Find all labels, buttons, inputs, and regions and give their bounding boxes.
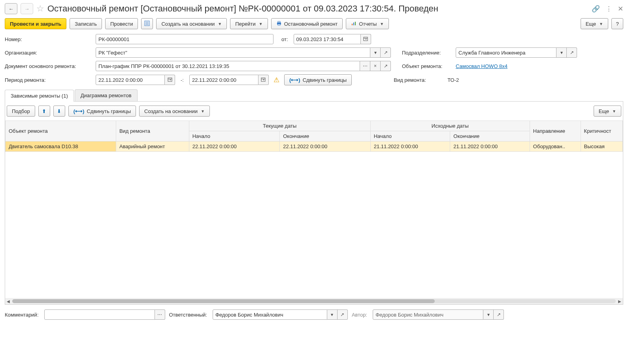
scroll-right-icon[interactable]: ▶ xyxy=(618,299,621,304)
period-to-input[interactable]: 22.11.2022 0:00:00 xyxy=(189,75,258,85)
author-label: Автор: xyxy=(352,312,367,318)
post-and-close-button[interactable]: Провести и закрыть xyxy=(5,18,66,29)
date-input[interactable]: 09.03.2023 17:30:54 xyxy=(294,34,361,44)
nav-forward-button[interactable]: → xyxy=(21,3,33,14)
col-object[interactable]: Объект ремонта xyxy=(6,121,116,141)
period-from-input[interactable]: 22.11.2022 0:00:00 xyxy=(96,75,165,85)
date-from-label: от: xyxy=(281,36,288,42)
more-label: Еще xyxy=(586,21,596,27)
svg-rect-6 xyxy=(278,24,280,25)
org-open-button[interactable]: ↗ xyxy=(381,47,391,58)
col-cur-start[interactable]: Начало xyxy=(189,131,280,141)
author-dropdown-button[interactable]: ▾ xyxy=(483,309,494,320)
author-input: Федоров Борис Михайлович xyxy=(373,309,483,320)
create-based-table-label: Создать на основании xyxy=(144,108,198,114)
nav-back-button[interactable]: ← xyxy=(5,3,17,14)
org-value: РК "Гефест" xyxy=(98,50,127,56)
period-label: Период ремонта: xyxy=(5,77,92,83)
basedoc-clear-button[interactable]: × xyxy=(370,61,381,71)
reports-label: Отчеты xyxy=(359,21,377,27)
horizontal-scrollbar[interactable]: ◀ ▶ xyxy=(5,298,623,304)
basedoc-select-button[interactable]: ⋯ xyxy=(360,61,370,71)
create-based-button[interactable]: Создать на основании ▼ xyxy=(156,18,227,29)
shift-bounds-button[interactable]: (⟷) Сдвинуть границы xyxy=(284,74,352,85)
list-settings-button[interactable] xyxy=(141,18,153,29)
basedoc-value: План-график ППР РК-00000001 от 30.12.202… xyxy=(98,63,229,69)
number-input[interactable]: РК-00000001 xyxy=(96,34,273,44)
chevron-down-icon: ▾ xyxy=(331,312,333,317)
goto-label: Перейти xyxy=(235,21,256,27)
table-row[interactable]: Двигатель самосвала D10.38 Аварийный рем… xyxy=(6,141,623,152)
chevron-down-icon: ▼ xyxy=(380,22,384,26)
period-from-calendar-button[interactable] xyxy=(165,75,175,85)
col-cur-end[interactable]: Окончание xyxy=(280,131,371,141)
org-dropdown-button[interactable]: ▾ xyxy=(370,47,381,58)
open-icon: ↗ xyxy=(384,50,388,55)
col-src-end[interactable]: Окончание xyxy=(450,131,530,141)
dept-input[interactable]: Служба Главного Инженера xyxy=(456,47,556,58)
more-button[interactable]: Еще ▼ xyxy=(581,18,608,29)
move-up-button[interactable]: ⬆ xyxy=(38,106,50,117)
col-type[interactable]: Вид ремонта xyxy=(116,121,189,141)
scroll-thumb[interactable] xyxy=(12,299,435,303)
repair-object-link[interactable]: Самосвал HOWO 8x4 xyxy=(456,63,507,69)
org-input[interactable]: РК "Гефест" xyxy=(96,47,370,58)
favorite-star-icon[interactable]: ☆ xyxy=(36,4,44,14)
print-doc-label: Остановочный ремонт xyxy=(284,21,338,27)
calendar-icon xyxy=(363,36,368,42)
kebab-menu-icon[interactable]: ⋮ xyxy=(605,5,612,13)
cell-src-start: 21.11.2022 0:00:00 xyxy=(370,141,450,152)
shift-bounds-table-button[interactable]: (⟷) Сдвинуть границы xyxy=(68,106,136,117)
table-more-button[interactable]: Еще ▼ xyxy=(594,106,621,117)
close-icon[interactable]: ✕ xyxy=(618,5,623,13)
help-button[interactable]: ? xyxy=(611,18,623,29)
svg-rect-5 xyxy=(278,21,280,23)
pick-label: Подбор xyxy=(12,108,30,114)
repair-type-value: ТО-2 xyxy=(447,77,459,83)
tab-diagram-label: Диаграмма ремонтов xyxy=(81,92,132,98)
pick-button[interactable]: Подбор xyxy=(7,106,35,117)
comment-input[interactable] xyxy=(44,309,155,320)
date-calendar-button[interactable] xyxy=(361,34,371,44)
dependent-repairs-table[interactable]: Объект ремонта Вид ремонта Текущие даты … xyxy=(5,121,623,152)
responsible-open-button[interactable]: ↗ xyxy=(338,309,348,320)
goto-button[interactable]: Перейти ▼ xyxy=(230,18,268,29)
link-icon[interactable]: 🔗 xyxy=(592,5,600,13)
col-critical[interactable]: Критичност xyxy=(581,121,622,141)
scroll-left-icon[interactable]: ◀ xyxy=(7,299,10,304)
col-src-start[interactable]: Начало xyxy=(370,131,450,141)
shift-bounds-icon: (⟷) xyxy=(74,108,85,114)
print-document-button[interactable]: Остановочный ремонт xyxy=(271,18,343,29)
period-to-value: 22.11.2022 0:00:00 xyxy=(192,77,236,83)
col-source-dates[interactable]: Исходные даты xyxy=(370,121,530,131)
col-direction[interactable]: Направление xyxy=(530,121,581,141)
period-to-calendar-button[interactable] xyxy=(258,75,269,85)
save-button[interactable]: Записать xyxy=(70,18,102,29)
author-open-button[interactable]: ↗ xyxy=(494,309,504,320)
shift-bounds-icon: (⟷) xyxy=(289,77,300,83)
author-value: Федоров Борис Михайлович xyxy=(375,312,443,318)
basedoc-open-button[interactable]: ↗ xyxy=(381,61,391,71)
chevron-down-icon: ▼ xyxy=(218,22,222,26)
ellipsis-icon: ⋯ xyxy=(363,63,368,69)
create-based-table-button[interactable]: Создать на основании ▼ xyxy=(139,106,210,117)
window-title: Остановочный ремонт [Остановочный ремонт… xyxy=(47,4,588,14)
tab-dependent-label: Зависимые ремонты (1) xyxy=(11,93,68,99)
move-down-button[interactable]: ⬇ xyxy=(53,106,65,117)
create-based-label: Создать на основании xyxy=(161,21,215,27)
comment-select-button[interactable]: ⋯ xyxy=(155,309,165,320)
arrow-up-icon: ⬆ xyxy=(42,108,46,114)
dept-dropdown-button[interactable]: ▾ xyxy=(556,47,567,58)
post-button[interactable]: Провести xyxy=(105,18,138,29)
basedoc-input[interactable]: План-график ППР РК-00000001 от 30.12.202… xyxy=(96,61,360,71)
responsible-dropdown-button[interactable]: ▾ xyxy=(327,309,338,320)
tab-repair-diagram[interactable]: Диаграмма ремонтов xyxy=(75,89,138,101)
dept-open-button[interactable]: ↗ xyxy=(567,47,577,58)
grid-empty-area[interactable] xyxy=(5,152,623,298)
tab-dependent-repairs[interactable]: Зависимые ремонты (1) xyxy=(5,90,74,102)
cell-cur-end: 22.11.2022 0:00:00 xyxy=(280,141,371,152)
col-current-dates[interactable]: Текущие даты xyxy=(189,121,370,131)
number-label: Номер: xyxy=(5,36,92,42)
reports-button[interactable]: Отчеты ▼ xyxy=(346,18,389,29)
responsible-input[interactable]: Федоров Борис Михайлович xyxy=(213,309,327,320)
